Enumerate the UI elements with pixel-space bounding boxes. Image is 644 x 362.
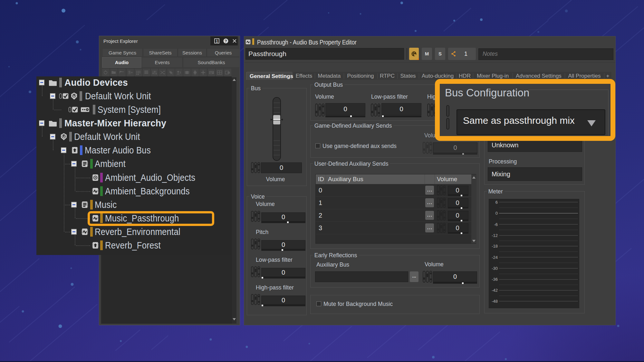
svg-text:-48: -48 <box>492 299 498 304</box>
svg-text:0: 0 <box>495 211 498 216</box>
svg-text:-12: -12 <box>492 233 498 238</box>
svg-text:-36: -36 <box>492 277 498 282</box>
svg-text:6: 6 <box>495 200 498 205</box>
svg-text:-42: -42 <box>492 288 498 293</box>
svg-text:-6: -6 <box>494 222 498 227</box>
svg-text:-30: -30 <box>492 266 498 271</box>
svg-text:1: 1 <box>216 39 218 44</box>
svg-text:-18: -18 <box>492 244 498 249</box>
svg-text:-24: -24 <box>492 255 498 260</box>
svg-text:?: ? <box>225 39 227 44</box>
